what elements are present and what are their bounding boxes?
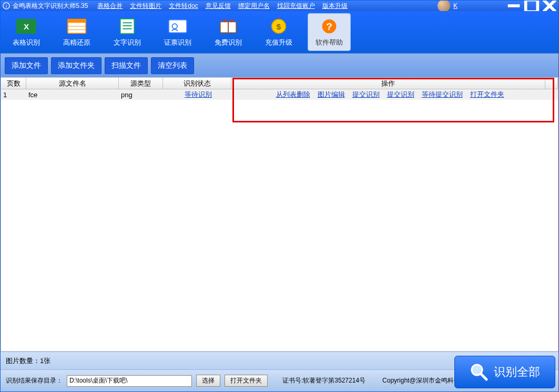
tool-label: 充值升级 [265,38,292,47]
tool-label: 表格识别 [13,38,40,47]
table-header: 页数 源文件名 源类型 识别状态 操作 [1,78,558,89]
magnifier-icon [470,363,489,381]
op-delete[interactable]: 从列表删除 [276,90,310,99]
book-icon [217,17,240,36]
excel-icon: X [15,17,38,36]
col-type[interactable]: 源类型 [119,78,163,89]
info-icon: i [3,2,10,9]
state-link[interactable]: 等待识别 [185,90,212,99]
top-link-to-doc[interactable]: 文件转doc [169,2,198,11]
help-icon: ? [318,17,341,36]
footer-path: 识别结果保存目录： 选择 打开文件夹 证书号:软著登字第3527214号 Cop… [1,369,558,391]
open-folder-button[interactable]: 打开文件夹 [225,375,268,387]
tool-table-ocr[interactable]: X 表格识别 [5,13,48,51]
top-link-upgrade[interactable]: 版本升级 [322,2,348,11]
cell-state: 等待识别 [163,89,231,100]
tool-id-ocr[interactable]: 证票识别 [156,13,199,51]
avatar[interactable] [438,0,450,12]
op-submit-2[interactable]: 提交识别 [387,90,414,99]
svg-point-21 [230,19,233,23]
app-title: 金鸣表格文字识别大师5.35 [13,2,88,11]
title-bar: i 金鸣表格文字识别大师5.35 表格合并 文件转图片 文件转doc 意见反馈 … [1,1,558,11]
svg-point-20 [223,19,226,23]
col-file[interactable]: 源文件名 [26,78,119,89]
clear-list-button[interactable]: 清空列表 [151,57,194,74]
top-link-merge[interactable]: 表格合并 [97,2,123,11]
coin-icon: $ [267,17,290,36]
svg-text:?: ? [326,21,332,32]
user-name[interactable]: K [453,2,458,9]
col-page[interactable]: 页数 [1,78,26,89]
op-submit-1[interactable]: 提交识别 [352,90,380,99]
tool-label: 证票识别 [164,38,191,47]
tool-free-ocr[interactable]: 免费识别 [207,13,250,51]
add-file-button[interactable]: 添加文件 [5,57,48,74]
minimize-button[interactable] [505,1,523,11]
top-link-recover[interactable]: 找回充值账户 [277,2,315,11]
svg-text:$: $ [277,22,281,31]
cert-label: 证书号:软著登字第3527214号 [282,376,365,385]
svg-text:i: i [6,4,7,9]
svg-line-27 [481,374,486,379]
doc-icon [116,17,139,36]
cell-page: 1 [1,89,26,100]
col-state[interactable]: 识别状态 [163,78,231,89]
recognize-all-label: 识别全部 [494,364,540,380]
op-wait-submit[interactable]: 等待提交识别 [422,90,463,99]
top-link-bind-user[interactable]: 绑定用户名 [238,2,270,11]
file-table: 页数 源文件名 源类型 识别状态 操作 1 fce png 等待识别 从列表删除… [1,77,558,352]
cell-type: png [119,89,163,100]
tool-high-precision[interactable]: 高精还原 [55,13,98,51]
action-bar: 添加文件 添加文件夹 扫描文件 清空列表 [1,53,558,77]
top-link-feedback[interactable]: 意见反馈 [206,2,231,11]
tool-label: 软件帮助 [316,38,343,47]
id-icon [166,17,189,36]
tool-text-ocr[interactable]: 文字识别 [106,13,149,51]
image-count-label: 图片数量：1张 [6,356,50,366]
svg-rect-3 [526,0,538,12]
table-row[interactable]: 1 fce png 等待识别 从列表删除 图片编辑 提交识别 提交识别 等待提交… [1,89,558,100]
tool-recharge[interactable]: $ 充值升级 [257,13,300,51]
cell-ops: 从列表删除 图片编辑 提交识别 提交识别 等待提交识别 打开文件夹 [231,89,545,100]
svg-rect-9 [68,19,86,23]
choose-button[interactable]: 选择 [196,375,220,387]
cell-file: fce [26,89,119,100]
save-dir-input[interactable] [67,375,192,387]
scan-file-button[interactable]: 扫描文件 [105,57,148,74]
close-button[interactable] [541,1,558,11]
tool-label: 免费识别 [215,38,242,47]
col-spacer [545,78,558,89]
layout-icon [65,17,88,36]
add-folder-button[interactable]: 添加文件夹 [51,57,101,74]
op-edit-image[interactable]: 图片编辑 [318,90,345,99]
top-link-to-img[interactable]: 文件转图片 [130,2,161,11]
op-open-folder[interactable]: 打开文件夹 [470,90,504,99]
recognize-all-button[interactable]: 识别全部 [454,356,555,388]
tool-help[interactable]: ? 软件帮助 [308,13,351,51]
maximize-button[interactable] [523,1,541,11]
tool-label: 高精还原 [63,38,90,47]
svg-text:X: X [24,22,29,31]
save-dir-label: 识别结果保存目录： [6,376,63,385]
tool-label: 文字识别 [114,38,141,47]
main-toolbar: X 表格识别 高精还原 文字识别 证票识别 免费识别 $ 充值升级 ? 软件帮助 [1,11,558,53]
col-ops[interactable]: 操作 [231,78,545,89]
